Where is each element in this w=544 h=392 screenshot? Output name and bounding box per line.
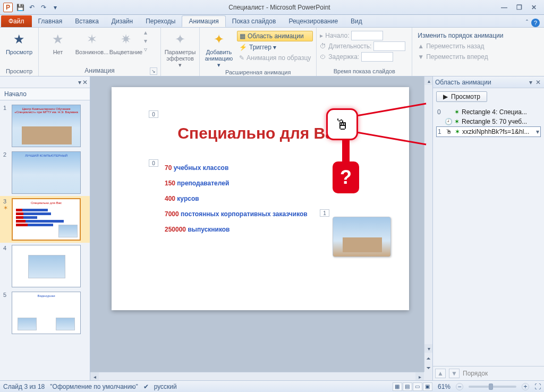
zoom-out-button[interactable]: − (456, 383, 463, 390)
dialog-launcher-icon[interactable]: ↘ (150, 67, 157, 75)
reorder-title: Изменить порядок анимации (415, 31, 505, 40)
scroll-down-icon[interactable]: ▾ (424, 344, 432, 353)
animation-list[interactable]: 0 ✶ Rectangle 4: Специа... 🕘 ✶ Rectangle… (436, 107, 541, 137)
add-animation-button[interactable]: ✦ Добавить анимацию ▾ (203, 29, 235, 68)
theme-label: "Оформление по умолчанию" (50, 383, 138, 390)
zoom-slider-thumb[interactable] (489, 384, 493, 390)
restore-button[interactable]: ❐ (513, 3, 525, 12)
animation-painter-button[interactable]: ✎Анимация по образцу (237, 53, 313, 63)
thumb-row[interactable]: 1 Центр Компьютерного Обучения «Специали… (0, 103, 90, 149)
prev-slide-icon[interactable]: ⏶ (424, 354, 432, 362)
anim-fade-button[interactable]: ✷ Выцветание (110, 29, 142, 55)
duration-field[interactable]: ⏱ Длительность: (320, 41, 405, 51)
reorder-down-button[interactable]: ▼ (449, 369, 460, 378)
help-icon[interactable]: ? (531, 19, 540, 27)
animation-item[interactable]: 1 🖱 ✶ xxzkiNphhBk?fs=1&hl... ▾ (436, 126, 541, 137)
minimize-ribbon-icon[interactable]: ˆ (526, 19, 528, 27)
gallery-down-icon[interactable]: ▾ (144, 37, 147, 45)
gallery-up-icon[interactable]: ▴ (144, 29, 147, 36)
tab-slideshow[interactable]: Показ слайдов (226, 15, 283, 27)
scroll-up-icon[interactable]: ▴ (424, 76, 432, 85)
gallery-more-icon[interactable]: ▿ (144, 46, 147, 53)
ribbon-tabs: Файл Главная Вставка Дизайн Переходы Ани… (0, 15, 544, 28)
trigger-button[interactable]: ⚡Триггер ▾ (237, 42, 313, 52)
effect-star-icon: ✶ (454, 118, 460, 125)
tab-insert[interactable]: Вставка (69, 15, 105, 27)
item-dropdown-icon[interactable]: ▾ (536, 128, 539, 135)
slide-thumb-3[interactable]: Специально для Вас (12, 198, 81, 241)
tab-transitions[interactable]: Переходы (139, 15, 182, 27)
zoom-level-label[interactable]: 61% (438, 383, 450, 390)
next-slide-icon[interactable]: ⏷ (424, 363, 432, 372)
preview-label: Просмотр (6, 49, 32, 55)
group-preview-label: Просмотр (3, 67, 35, 76)
zoom-slider[interactable] (469, 386, 516, 388)
tab-file[interactable]: Файл (1, 15, 32, 27)
delay-field[interactable]: ⏲ Задержка: (320, 52, 405, 62)
horizontal-scrollbar[interactable]: ◂ ▸ (90, 372, 424, 380)
animation-pane-button[interactable]: ▦Область анимации (237, 31, 313, 41)
scroll-corner (424, 372, 432, 380)
sorter-view-icon[interactable]: ▤ (403, 382, 412, 391)
qat-customize-icon[interactable]: ▾ (50, 2, 61, 13)
tab-design[interactable]: Дизайн (105, 15, 139, 27)
delay-input[interactable] (361, 52, 393, 62)
slide-image[interactable] (333, 217, 391, 257)
reorder-up-button[interactable]: ▲ (435, 369, 446, 378)
scroll-left-icon[interactable]: ◂ (90, 372, 99, 380)
panel-menu-icon[interactable]: ▾ (78, 79, 81, 86)
language-label[interactable]: русский (154, 383, 177, 390)
slide-thumb-2[interactable]: ЛУЧШИЙ КОМПЬЮТЕРНЫЙ (12, 151, 81, 194)
thumb-row[interactable]: 5 Видеоуроки (0, 289, 90, 336)
duration-input[interactable] (373, 41, 405, 51)
start-field[interactable]: ▸ Начало: (320, 31, 405, 40)
tab-review[interactable]: Рецензирование (282, 15, 344, 27)
star-icon: ✶ (83, 31, 100, 48)
animation-item[interactable]: 🕘 ✶ Rectangle 5: 70 учеб... (436, 117, 541, 126)
effect-options-button[interactable]: ✦ Параметры эффектов ▾ (164, 29, 196, 68)
painter-icon: ✎ (239, 54, 244, 62)
slideshow-view-icon[interactable]: ▣ (423, 382, 432, 391)
tab-view[interactable]: Вид (344, 15, 369, 27)
panel-close-icon[interactable]: ✕ (82, 79, 88, 86)
tab-animations[interactable]: Анимация (182, 15, 225, 27)
zoom-in-button[interactable]: + (522, 383, 529, 390)
close-button[interactable]: ✕ (528, 3, 540, 12)
reading-view-icon[interactable]: ▭ (413, 382, 422, 391)
thumbnail-list[interactable]: 1 Центр Компьютерного Обучения «Специали… (0, 100, 90, 380)
taskpane-menu-icon[interactable]: ▾ (527, 79, 534, 86)
minimize-button[interactable]: ― (498, 3, 510, 12)
slide-editor[interactable]: 0 Специально для Вас 0 70 учебных классо… (90, 76, 432, 380)
view-buttons: ▦ ▤ ▭ ▣ (393, 382, 432, 391)
slide-thumb-5[interactable]: Видеоуроки (12, 292, 81, 334)
spellcheck-icon[interactable]: ✔ (143, 383, 149, 390)
slide-canvas[interactable]: 0 Специально для Вас 0 70 учебных классо… (112, 87, 409, 310)
fit-window-icon[interactable]: ⛶ (534, 383, 541, 390)
normal-view-icon[interactable]: ▦ (393, 382, 402, 391)
thumb-row[interactable]: 2 ЛУЧШИЙ КОМПЬЮТЕРНЫЙ (0, 149, 90, 196)
undo-icon[interactable]: ↶ (27, 2, 37, 13)
sequence-tag[interactable]: 0 (149, 159, 158, 167)
animation-item[interactable]: 0 ✶ Rectangle 4: Специа... (436, 107, 541, 117)
move-earlier-button[interactable]: ▲ Переместить назад (415, 41, 505, 51)
start-input[interactable] (351, 31, 383, 40)
scroll-right-icon[interactable]: ▸ (415, 372, 424, 380)
outline-header[interactable]: Начало (0, 88, 90, 100)
play-button[interactable]: ▶Просмотр (436, 91, 487, 102)
sequence-tag[interactable]: 0 (149, 110, 158, 118)
taskpane-close-icon[interactable]: ✕ (534, 79, 542, 86)
tab-home[interactable]: Главная (32, 15, 69, 27)
slide-thumb-4[interactable] (12, 245, 81, 287)
thumb-row[interactable]: 3✶ Специально для Вас (0, 196, 90, 243)
sequence-tag[interactable]: 1 (320, 209, 329, 217)
vertical-scrollbar[interactable]: ▴ ▾ ⏶ ⏷ (424, 76, 432, 372)
preview-icon: ★ (11, 31, 28, 48)
save-icon[interactable]: 💾 (15, 2, 26, 13)
redo-icon[interactable]: ↷ (38, 2, 49, 13)
preview-button[interactable]: ★ Просмотр (3, 29, 35, 55)
anim-appear-button[interactable]: ✶ Возникнов... (76, 29, 108, 55)
thumb-row[interactable]: 4 (0, 243, 90, 289)
anim-none-button[interactable]: ★ Нет (42, 29, 74, 55)
move-later-button[interactable]: ▼ Переместить вперед (415, 52, 505, 62)
slide-thumb-1[interactable]: Центр Компьютерного Обучения «Специалист… (12, 105, 81, 147)
